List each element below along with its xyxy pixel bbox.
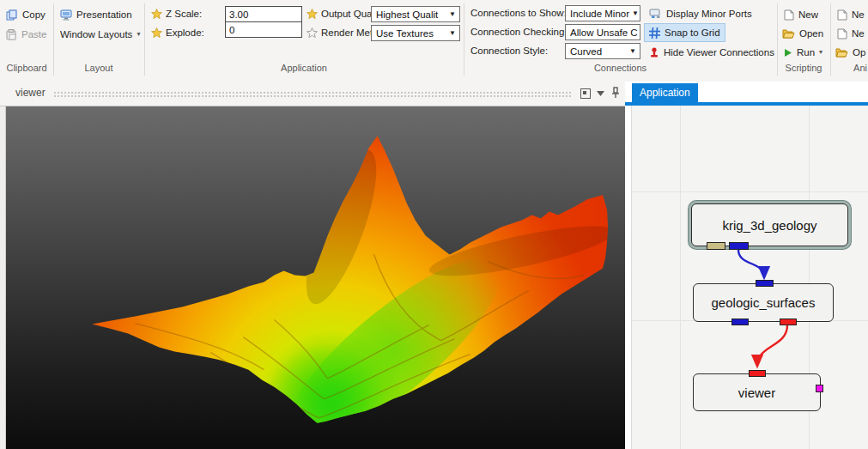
presentation-button[interactable]: Presentation [60,7,132,22]
open-folder-icon [782,28,795,39]
port-surfaces-blue-out[interactable] [731,319,749,325]
node-krig-label: krig_3d_geology [722,218,816,233]
terrain-surface [6,106,625,449]
snap-to-grid-toggle[interactable]: Snap to Grid [644,23,725,42]
connections-to-show-label: Connections to Show: [470,8,567,18]
port-viewer-red-in[interactable] [749,370,766,377]
connections-group-label: Connections [464,63,777,73]
pin-icon[interactable] [611,87,620,100]
window-layouts-button[interactable]: Window Layouts ▾ [60,27,140,42]
chevron-down-icon: ▾ [137,31,140,38]
snap-to-grid-icon [649,27,660,39]
presentation-label: Presentation [76,9,132,20]
panel-menu-arrow-icon[interactable] [597,91,604,96]
anim-new2-label: Ne [852,28,865,39]
port-surfaces-blue-in[interactable] [756,280,774,287]
copy-button[interactable]: Copy [6,7,46,22]
paste-icon [6,29,17,40]
tab-application-label: Application [640,87,690,99]
port-krig-tan[interactable] [707,242,725,250]
node-surfaces-label: geologic_surfaces [712,295,816,310]
paste-label: Paste [21,29,46,39]
layout-group-label: Layout [53,63,144,73]
run-icon [784,48,792,58]
chevron-down-icon: ▾ [819,49,822,56]
window-layouts-label: Window Layouts [60,29,132,39]
favorite-star-icon[interactable] [151,27,162,39]
snap-to-grid-label: Snap to Grid [665,27,720,38]
viewer-panel-title: viewer [15,87,46,99]
paste-button[interactable]: Paste [6,27,46,42]
connections-to-show-select[interactable]: Include Minor ▼ [565,5,640,21]
window-left-gutter [0,106,6,449]
node-geologic-surfaces[interactable]: geologic_surfaces [693,283,834,322]
float-window-icon[interactable] [580,88,591,99]
script-open-label: Open [799,28,823,39]
viewer-panel-titlebar[interactable]: viewer [0,82,625,106]
connection-style-select[interactable]: Curved ▼ [565,43,640,59]
render-method-select[interactable]: Use Textures ▼ [371,25,460,41]
anim-new2-button[interactable]: Ne [837,26,865,41]
anim-open-button[interactable]: Op [835,45,865,60]
anim-new-button[interactable]: Ne [837,7,865,22]
script-run-button[interactable]: Run ▾ [784,45,822,60]
ribbon: Copy Paste Clipboard Presentation Window… [0,0,868,82]
wire-krig-to-surfaces [738,250,764,277]
connection-style-value: Curved [570,46,602,57]
output-quality-value: Highest Qualit [376,9,438,20]
chevron-down-icon: ▼ [629,47,636,55]
new-file-icon [837,28,847,39]
connection-checking-value: Allow Unsafe C [570,27,638,38]
presentation-icon [60,9,72,21]
new-file-icon [784,9,794,21]
z-scale-label: Z Scale: [166,9,202,19]
hide-viewer-connections-toggle[interactable]: Hide Viewer Connections [645,44,779,61]
favorite-star-outline-icon[interactable] [307,27,318,39]
port-krig-blue-out[interactable] [729,242,749,250]
tab-application[interactable]: Application [632,83,698,102]
display-minor-ports-label: Display Minor Ports [666,9,752,19]
z-scale-input[interactable] [225,6,302,22]
connection-checking-label: Connection Checking: [470,27,568,37]
script-open-button[interactable]: Open [782,26,823,41]
clipboard-group-label: Clipboard [0,63,53,73]
titlebar-drag-handle[interactable] [53,91,572,99]
script-run-label: Run [797,47,815,58]
copy-label: Copy [22,9,46,20]
node-krig-3d-geology[interactable]: krig_3d_geology [691,203,848,246]
connection-style-label: Connection Style: [470,46,548,56]
connection-checking-select[interactable]: Allow Unsafe C ▼ [565,24,640,40]
render-method-value: Use Textures [376,28,434,39]
anim-new-label: Ne [852,9,865,20]
script-new-button[interactable]: New [784,7,818,22]
display-minor-ports-icon [649,9,662,19]
favorite-star-icon[interactable] [307,9,318,20]
chevron-down-icon: ▼ [449,10,456,18]
animation-group-label: Ani [830,63,868,73]
copy-icon [6,9,18,21]
script-new-label: New [798,9,818,20]
chevron-down-icon: ▼ [449,29,456,37]
application-group-label: Application [144,63,464,73]
scripting-group-label: Scripting [777,63,830,73]
node-viewer[interactable]: viewer [693,373,821,411]
connections-to-show-value: Include Minor [570,9,629,19]
chevron-down-icon: ▼ [632,9,639,17]
port-viewer-magenta[interactable] [816,385,823,392]
output-quality-select[interactable]: Highest Qualit ▼ [371,6,460,22]
wire-surfaces-to-viewer [757,325,787,366]
hide-viewer-connections-label: Hide Viewer Connections [664,47,774,58]
explode-label: Explode: [166,27,204,38]
port-surfaces-red-out[interactable] [780,319,797,325]
new-file-icon [837,9,847,21]
open-folder-icon [835,47,848,58]
display-minor-ports-toggle[interactable]: Display Minor Ports [645,5,756,22]
favorite-star-icon[interactable] [151,9,162,20]
node-viewer-label: viewer [738,385,775,400]
hide-viewer-connections-icon [649,47,659,58]
explode-input[interactable] [225,21,302,38]
viewer-3d-canvas[interactable] [6,106,625,449]
anim-open-label: Op [853,47,865,58]
